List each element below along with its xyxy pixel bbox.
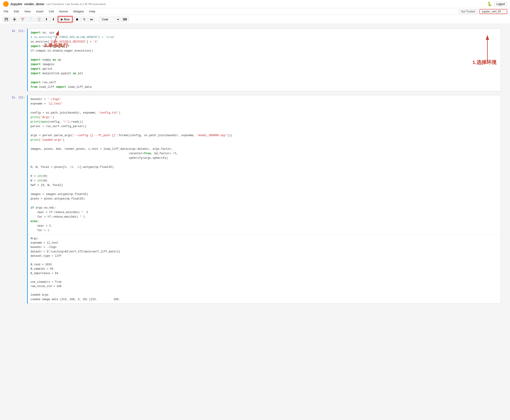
topbar-right: 🐍 Logout <box>487 2 507 7</box>
not-trusted-button[interactable]: Not Trusted <box>459 9 478 14</box>
jupyter-logo: 🟠 Jupyter <box>3 1 22 7</box>
cell-1: In [1]: import os, sys # os.environ["TF_… <box>9 29 501 91</box>
kernel-name-label: jupyter_nerf_tf2 <box>482 10 501 13</box>
cell-1-code[interactable]: import os, sys # os.environ["TF_FORCE_GP… <box>28 29 501 91</box>
menu-help[interactable]: Help <box>89 9 96 14</box>
add-cell-button[interactable]: ➕ <box>11 17 18 22</box>
topbar-left: 🟠 Jupyter render_demo Last Checkpoint: L… <box>3 1 106 7</box>
menu-file[interactable]: File <box>3 9 9 14</box>
toolbar-separator <box>97 17 97 22</box>
jupyter-icon: 🟠 <box>3 1 9 7</box>
cell-2-prompt: In [2]: <box>9 95 27 304</box>
move-down-button[interactable]: ⬇ <box>50 17 57 22</box>
save-button[interactable]: 💾 <box>3 17 10 22</box>
topbar: 🟠 Jupyter render_demo Last Checkpoint: L… <box>0 0 510 8</box>
menu-insert[interactable]: Insert <box>35 9 44 14</box>
cell-type-select[interactable]: Code Markdown Raw <box>99 17 120 22</box>
restart-run-all-button[interactable]: ⏭ <box>89 17 95 22</box>
toolbar: 💾 ➕ ✂️ 📄 📋 ⬆ ⬇ ▶ Run ⏹ ↻ ⏭ Code Markdown… <box>0 15 510 24</box>
keyboard-button[interactable]: ⌨ <box>121 17 129 22</box>
run-button[interactable]: ▶ Run <box>58 16 72 22</box>
cell-1-body[interactable]: import os, sys # os.environ["TF_FORCE_GP… <box>27 29 501 91</box>
run-button-wrapper: ▶ Run <box>57 16 73 23</box>
cell-2-code[interactable]: basedir = './logs' expname = 'll_test' c… <box>28 95 501 234</box>
app-name: Jupyter <box>10 2 22 6</box>
cell-2-body[interactable]: basedir = './logs' expname = 'll_test' c… <box>27 95 501 304</box>
menu-widgets[interactable]: Widgets <box>72 9 85 14</box>
python-icon: 🐍 <box>487 2 492 7</box>
cut-button[interactable]: ✂️ <box>19 17 26 22</box>
copy-button[interactable]: 📄 <box>27 17 34 22</box>
notebook-area: 2.单步执行 1.选择环境 In [1]: import os, sys # o… <box>0 24 510 420</box>
paste-button[interactable]: 📋 <box>35 17 43 22</box>
menubar-right: Not Trusted jupyter_nerf_tf2 <box>459 9 507 14</box>
menu-cell[interactable]: Cell <box>48 9 55 14</box>
kernel-status-icon <box>502 10 505 13</box>
move-up-button[interactable]: ⬆ <box>43 17 50 22</box>
cell-2: In [2]: basedir = './logs' expname = 'll… <box>9 95 501 304</box>
menu-view[interactable]: View <box>23 9 31 14</box>
run-label: Run <box>64 18 70 21</box>
menu-edit[interactable]: Edit <box>13 9 20 14</box>
notebook-title[interactable]: render_demo <box>24 2 44 6</box>
stop-button[interactable]: ⏹ <box>74 17 81 22</box>
restart-button[interactable]: ↻ <box>81 17 88 22</box>
cell-2-output: Args: expname = ll_test basedir = ./logs… <box>28 234 501 304</box>
menu-kernel[interactable]: Kernel <box>58 9 69 14</box>
menubar: File Edit View Insert Cell Kernel Widget… <box>0 8 510 15</box>
checkpoint-info: Last Checkpoint: Last Sunday at 1:36 PM … <box>46 3 106 5</box>
menubar-left: File Edit View Insert Cell Kernel Widget… <box>3 9 96 14</box>
logout-button[interactable]: Logout <box>494 2 507 6</box>
cell-1-prompt: In [1]: <box>9 29 27 91</box>
run-icon: ▶ <box>61 18 63 21</box>
kernel-selector[interactable]: jupyter_nerf_tf2 <box>480 9 507 14</box>
